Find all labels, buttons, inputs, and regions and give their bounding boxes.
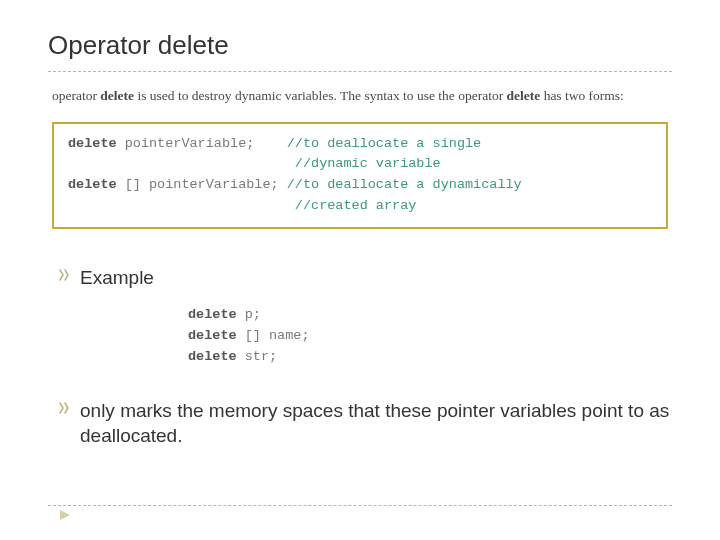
example-line-2: delete [] name; — [188, 326, 672, 347]
code-rest: str; — [237, 349, 278, 364]
code-keyword: delete — [188, 349, 237, 364]
code-line-4: //created array — [68, 196, 652, 217]
code-identifier: pointerVariable; — [117, 136, 287, 151]
syntax-code-box: delete pointerVariable; //to deallocate … — [52, 122, 668, 230]
bullet-example-label: Example — [80, 265, 154, 291]
bullet-note-text: only marks the memory spaces that these … — [80, 398, 672, 449]
intro-prefix: operator — [52, 88, 100, 103]
code-rest: [] name; — [237, 328, 310, 343]
intro-keyword-1: delete — [100, 88, 134, 103]
intro-suffix: has two forms: — [540, 88, 624, 103]
intro-paragraph: operator delete is used to destroy dynam… — [48, 86, 672, 106]
bullet-note: only marks the memory spaces that these … — [48, 398, 672, 449]
slide-title: Operator delete — [48, 30, 672, 61]
code-line-1: delete pointerVariable; //to deallocate … — [68, 134, 652, 155]
code-identifier: [] pointerVariable; — [117, 177, 287, 192]
example-code-block: delete p; delete [] name; delete str; — [188, 305, 672, 368]
code-keyword: delete — [68, 136, 117, 151]
example-line-1: delete p; — [188, 305, 672, 326]
code-comment: //created array — [68, 198, 416, 213]
code-keyword: delete — [188, 328, 237, 343]
code-rest: p; — [237, 307, 261, 322]
bullet-icon — [58, 269, 70, 281]
intro-mid: is used to destroy dynamic variables. Th… — [134, 88, 506, 103]
bullet-icon — [58, 402, 70, 414]
code-comment: //to deallocate a single — [287, 136, 481, 151]
code-keyword: delete — [68, 177, 117, 192]
code-keyword: delete — [188, 307, 237, 322]
code-comment: //to deallocate a dynamically — [287, 177, 522, 192]
code-line-3: delete [] pointerVariable; //to dealloca… — [68, 175, 652, 196]
footer-arrow-icon — [58, 508, 72, 526]
bullet-example: Example — [48, 265, 672, 291]
code-comment: //dynamic variable — [68, 156, 441, 171]
footer-divider — [48, 505, 672, 506]
intro-keyword-2: delete — [507, 88, 541, 103]
svg-marker-0 — [60, 510, 70, 520]
title-divider — [48, 71, 672, 72]
code-line-2: //dynamic variable — [68, 154, 652, 175]
example-line-3: delete str; — [188, 347, 672, 368]
